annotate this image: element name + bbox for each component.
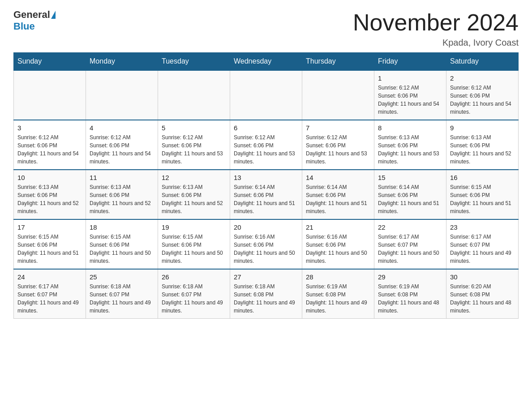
day-number: 6 (234, 124, 298, 132)
calendar-cell: 18Sunrise: 6:15 AM Sunset: 6:06 PM Dayli… (86, 219, 158, 269)
day-info: Sunrise: 6:18 AM Sunset: 6:08 PM Dayligh… (234, 283, 298, 315)
day-number: 8 (378, 124, 442, 132)
day-info: Sunrise: 6:13 AM Sunset: 6:06 PM Dayligh… (378, 133, 442, 166)
calendar-cell: 10Sunrise: 6:13 AM Sunset: 6:06 PM Dayli… (14, 170, 86, 219)
calendar-cell: 4Sunrise: 6:12 AM Sunset: 6:06 PM Daylig… (86, 120, 158, 170)
title-section: November 2024 Kpada, Ivory Coast (353, 9, 519, 48)
day-info: Sunrise: 6:16 AM Sunset: 6:06 PM Dayligh… (234, 233, 298, 265)
header-monday: Monday (86, 53, 158, 71)
calendar-cell: 22Sunrise: 6:17 AM Sunset: 6:07 PM Dayli… (374, 219, 446, 269)
calendar-cell: 19Sunrise: 6:15 AM Sunset: 6:06 PM Dayli… (158, 219, 230, 269)
logo: General Blue (13, 9, 56, 32)
calendar-week-row: 24Sunrise: 6:17 AM Sunset: 6:07 PM Dayli… (14, 269, 519, 319)
day-number: 15 (378, 174, 442, 181)
calendar-cell: 5Sunrise: 6:12 AM Sunset: 6:06 PM Daylig… (158, 120, 230, 170)
calendar-cell (302, 70, 374, 120)
calendar-cell: 7Sunrise: 6:12 AM Sunset: 6:06 PM Daylig… (302, 120, 374, 170)
day-number: 20 (234, 223, 298, 231)
calendar-cell (14, 70, 86, 120)
day-number: 23 (450, 223, 515, 231)
calendar-table: Sunday Monday Tuesday Wednesday Thursday… (13, 52, 519, 319)
day-info: Sunrise: 6:15 AM Sunset: 6:06 PM Dayligh… (450, 183, 515, 215)
day-number: 17 (17, 223, 82, 231)
day-number: 13 (234, 174, 298, 181)
calendar-week-row: 17Sunrise: 6:15 AM Sunset: 6:06 PM Dayli… (14, 219, 519, 269)
calendar-cell: 25Sunrise: 6:18 AM Sunset: 6:07 PM Dayli… (86, 269, 158, 319)
day-info: Sunrise: 6:17 AM Sunset: 6:07 PM Dayligh… (378, 233, 442, 265)
calendar-cell: 23Sunrise: 6:17 AM Sunset: 6:07 PM Dayli… (446, 219, 519, 269)
calendar-cell (158, 70, 230, 120)
day-number: 25 (90, 273, 154, 281)
day-info: Sunrise: 6:18 AM Sunset: 6:07 PM Dayligh… (162, 283, 226, 315)
calendar-cell: 26Sunrise: 6:18 AM Sunset: 6:07 PM Dayli… (158, 269, 230, 319)
calendar-cell: 20Sunrise: 6:16 AM Sunset: 6:06 PM Dayli… (230, 219, 302, 269)
calendar-cell: 9Sunrise: 6:13 AM Sunset: 6:06 PM Daylig… (446, 120, 519, 170)
calendar-cell: 29Sunrise: 6:19 AM Sunset: 6:08 PM Dayli… (374, 269, 446, 319)
day-info: Sunrise: 6:12 AM Sunset: 6:06 PM Dayligh… (234, 133, 298, 166)
logo-triangle-icon (51, 11, 56, 19)
day-number: 7 (306, 124, 370, 132)
calendar-cell: 21Sunrise: 6:16 AM Sunset: 6:06 PM Dayli… (302, 219, 374, 269)
day-info: Sunrise: 6:12 AM Sunset: 6:06 PM Dayligh… (162, 133, 226, 166)
day-info: Sunrise: 6:12 AM Sunset: 6:06 PM Dayligh… (90, 133, 154, 166)
day-number: 24 (17, 273, 82, 281)
day-number: 11 (90, 174, 154, 181)
day-number: 10 (17, 174, 82, 181)
calendar-cell: 24Sunrise: 6:17 AM Sunset: 6:07 PM Dayli… (14, 269, 86, 319)
page-header: General Blue November 2024 Kpada, Ivory … (13, 9, 519, 48)
day-info: Sunrise: 6:13 AM Sunset: 6:06 PM Dayligh… (162, 183, 226, 215)
day-number: 22 (378, 223, 442, 231)
calendar-cell (230, 70, 302, 120)
header-sunday: Sunday (14, 53, 86, 71)
day-number: 29 (378, 273, 442, 281)
day-number: 5 (162, 124, 226, 132)
calendar-cell: 2Sunrise: 6:12 AM Sunset: 6:06 PM Daylig… (446, 70, 519, 120)
month-title: November 2024 (353, 9, 519, 36)
calendar-cell: 8Sunrise: 6:13 AM Sunset: 6:06 PM Daylig… (374, 120, 446, 170)
calendar-cell: 11Sunrise: 6:13 AM Sunset: 6:06 PM Dayli… (86, 170, 158, 219)
calendar-cell: 12Sunrise: 6:13 AM Sunset: 6:06 PM Dayli… (158, 170, 230, 219)
day-info: Sunrise: 6:14 AM Sunset: 6:06 PM Dayligh… (234, 183, 298, 215)
calendar-cell: 14Sunrise: 6:14 AM Sunset: 6:06 PM Dayli… (302, 170, 374, 219)
day-info: Sunrise: 6:13 AM Sunset: 6:06 PM Dayligh… (90, 183, 154, 215)
calendar-header-row: Sunday Monday Tuesday Wednesday Thursday… (14, 53, 519, 71)
day-info: Sunrise: 6:14 AM Sunset: 6:06 PM Dayligh… (378, 183, 442, 215)
calendar-cell: 30Sunrise: 6:20 AM Sunset: 6:08 PM Dayli… (446, 269, 519, 319)
day-info: Sunrise: 6:15 AM Sunset: 6:06 PM Dayligh… (17, 233, 82, 265)
day-number: 1 (378, 74, 442, 82)
day-info: Sunrise: 6:14 AM Sunset: 6:06 PM Dayligh… (306, 183, 370, 215)
calendar-cell: 27Sunrise: 6:18 AM Sunset: 6:08 PM Dayli… (230, 269, 302, 319)
location-text: Kpada, Ivory Coast (353, 38, 519, 48)
day-info: Sunrise: 6:12 AM Sunset: 6:06 PM Dayligh… (17, 133, 82, 166)
calendar-cell: 16Sunrise: 6:15 AM Sunset: 6:06 PM Dayli… (446, 170, 519, 219)
calendar-cell: 1Sunrise: 6:12 AM Sunset: 6:06 PM Daylig… (374, 70, 446, 120)
day-info: Sunrise: 6:13 AM Sunset: 6:06 PM Dayligh… (450, 133, 515, 166)
day-number: 9 (450, 124, 515, 132)
header-thursday: Thursday (302, 53, 374, 71)
day-info: Sunrise: 6:16 AM Sunset: 6:06 PM Dayligh… (306, 233, 370, 265)
calendar-cell (86, 70, 158, 120)
day-number: 2 (450, 74, 515, 82)
header-saturday: Saturday (446, 53, 519, 71)
header-wednesday: Wednesday (230, 53, 302, 71)
day-number: 3 (17, 124, 82, 132)
calendar-week-row: 10Sunrise: 6:13 AM Sunset: 6:06 PM Dayli… (14, 170, 519, 219)
logo-general-text: General (13, 9, 50, 21)
day-number: 4 (90, 124, 154, 132)
logo-blue-text: Blue (13, 21, 35, 32)
day-number: 21 (306, 223, 370, 231)
header-tuesday: Tuesday (158, 53, 230, 71)
calendar-cell: 15Sunrise: 6:14 AM Sunset: 6:06 PM Dayli… (374, 170, 446, 219)
day-info: Sunrise: 6:18 AM Sunset: 6:07 PM Dayligh… (90, 283, 154, 315)
day-info: Sunrise: 6:19 AM Sunset: 6:08 PM Dayligh… (378, 283, 442, 315)
day-number: 28 (306, 273, 370, 281)
calendar-cell: 17Sunrise: 6:15 AM Sunset: 6:06 PM Dayli… (14, 219, 86, 269)
day-info: Sunrise: 6:12 AM Sunset: 6:06 PM Dayligh… (450, 84, 515, 116)
calendar-cell: 3Sunrise: 6:12 AM Sunset: 6:06 PM Daylig… (14, 120, 86, 170)
header-friday: Friday (374, 53, 446, 71)
day-info: Sunrise: 6:17 AM Sunset: 6:07 PM Dayligh… (17, 283, 82, 315)
day-info: Sunrise: 6:15 AM Sunset: 6:06 PM Dayligh… (90, 233, 154, 265)
calendar-cell: 28Sunrise: 6:19 AM Sunset: 6:08 PM Dayli… (302, 269, 374, 319)
calendar-cell: 6Sunrise: 6:12 AM Sunset: 6:06 PM Daylig… (230, 120, 302, 170)
day-info: Sunrise: 6:20 AM Sunset: 6:08 PM Dayligh… (450, 283, 515, 315)
